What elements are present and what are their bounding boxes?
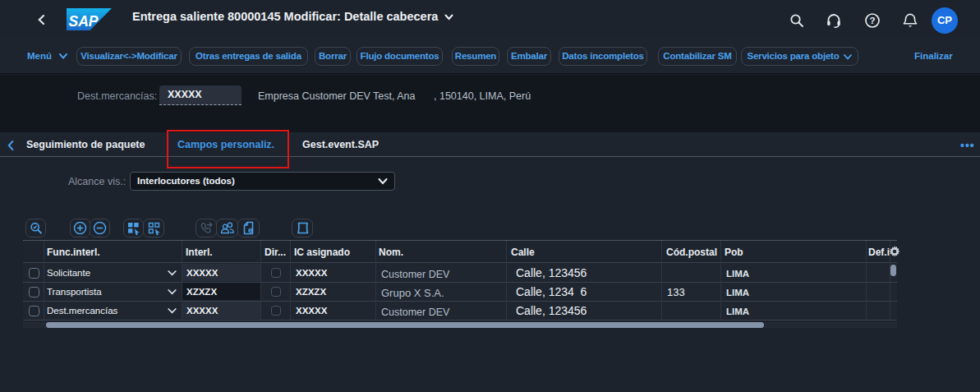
svg-text:?: ? — [869, 16, 875, 25]
svg-text:SAP: SAP — [69, 13, 99, 30]
